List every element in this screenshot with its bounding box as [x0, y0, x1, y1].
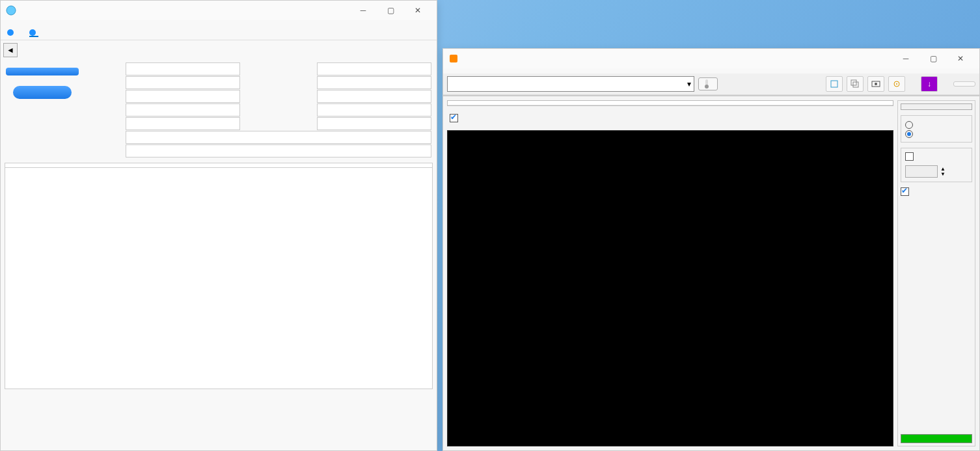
copy-text-button[interactable]: [826, 76, 843, 92]
menu-function[interactable]: [24, 21, 34, 24]
menu-language[interactable]: [66, 21, 76, 24]
drive-letter-value: [126, 117, 240, 130]
hdtune-window: ─ ▢ ✕ ▾ ↓: [442, 48, 980, 451]
svg-point-10: [896, 83, 897, 85]
rotation-label: [243, 90, 314, 103]
minimize-button[interactable]: ─: [892, 49, 919, 68]
menu-theme[interactable]: [34, 21, 45, 24]
svg-rect-5: [851, 80, 856, 85]
hdt-titlebar[interactable]: ─ ▢ ✕: [443, 49, 979, 68]
power-count-label: [243, 103, 314, 116]
smart-header: [5, 163, 433, 168]
short-test-checkbox[interactable]: [905, 152, 914, 161]
temperature-display: [698, 77, 718, 90]
menu-help[interactable]: [456, 70, 467, 72]
features-value: [126, 144, 431, 157]
power-hours-label: [243, 117, 314, 130]
cdi-menubar: [1, 20, 437, 25]
interface-label: [83, 90, 123, 103]
drive-letter-label: [83, 117, 123, 130]
thermometer-icon: [704, 79, 709, 89]
close-button[interactable]: ✕: [947, 49, 974, 68]
hdtune-app-icon: [448, 53, 459, 64]
start-button[interactable]: [901, 103, 972, 110]
disk-item-disk2[interactable]: [29, 28, 38, 37]
firmware-value: [126, 62, 240, 75]
settings-button[interactable]: [888, 76, 905, 92]
cdi-titlebar[interactable]: ─ ▢ ✕: [1, 1, 437, 20]
standard-value: [126, 131, 431, 144]
read-radio-row[interactable]: [905, 120, 968, 129]
power-hours-value: [317, 117, 431, 130]
svg-rect-6: [853, 82, 858, 87]
menu-edit[interactable]: [14, 21, 24, 24]
disk-item-c[interactable]: [7, 28, 16, 37]
radio-icon: [905, 130, 913, 138]
minimize-button[interactable]: ─: [349, 1, 377, 20]
rotation-value: [317, 90, 431, 103]
crystaldiskinfo-window: ─ ▢ ✕ ◄: [0, 0, 437, 451]
svg-rect-4: [831, 81, 837, 87]
disk-main-title: [20, 48, 437, 53]
chevron-down-icon: ▾: [687, 79, 691, 89]
disk-info-grid: [83, 62, 431, 157]
svg-point-8: [875, 83, 877, 85]
align-checkbox[interactable]: [901, 187, 909, 196]
transfer-value: [126, 103, 240, 116]
menu-file[interactable]: [3, 21, 14, 24]
cdi-app-icon: [6, 5, 16, 16]
svg-point-3: [705, 85, 709, 89]
status-dot-icon: [29, 29, 36, 36]
transfer-label: [83, 103, 123, 116]
total-reads-value: [317, 62, 431, 75]
menu-help[interactable]: [55, 21, 66, 24]
radio-icon: [905, 121, 913, 129]
power-count-value: [317, 103, 431, 116]
total-writes-value: [317, 76, 431, 89]
svg-rect-1: [450, 55, 457, 62]
features-label: [83, 144, 123, 157]
drive-select[interactable]: ▾: [447, 76, 694, 92]
maximize-button[interactable]: ▢: [919, 49, 947, 68]
standard-label: [83, 131, 123, 144]
prev-disk-button[interactable]: ◄: [3, 43, 18, 57]
smart-table[interactable]: [5, 168, 433, 389]
total-writes-label: [243, 76, 314, 89]
interface-value: [126, 90, 240, 103]
menu-file[interactable]: [446, 70, 456, 72]
menu-disk[interactable]: [45, 21, 55, 24]
cache-row: [447, 110, 893, 126]
disk-selector-bar: [1, 25, 437, 40]
maximize-button[interactable]: ▢: [377, 1, 404, 20]
exit-button[interactable]: [953, 81, 975, 87]
hdt-menubar: [443, 68, 979, 74]
close-button[interactable]: ✕: [404, 1, 431, 20]
screenshot-button[interactable]: [867, 76, 884, 92]
hdt-side-panel: ▲▼: [897, 100, 975, 446]
hdt-toolbar: ▾ ↓: [443, 74, 979, 95]
cache-checkbox[interactable]: [450, 114, 458, 122]
progress-bar: [901, 434, 972, 443]
size-input[interactable]: [905, 165, 938, 178]
status-dot-icon: [7, 29, 14, 36]
write-radio-row[interactable]: [905, 129, 968, 138]
health-status-box[interactable]: [6, 68, 79, 75]
total-reads-label: [243, 62, 314, 75]
throughput-graph: [447, 130, 893, 446]
serial-value: [126, 76, 240, 89]
serial-label: [83, 76, 123, 89]
save-button[interactable]: ↓: [921, 76, 938, 92]
firmware-label: [83, 62, 123, 75]
results-table: [447, 100, 893, 106]
svg-point-0: [7, 6, 16, 15]
spin-down-icon[interactable]: ▼: [940, 172, 946, 177]
copy-button[interactable]: [847, 76, 864, 92]
temperature-box[interactable]: [13, 86, 72, 99]
